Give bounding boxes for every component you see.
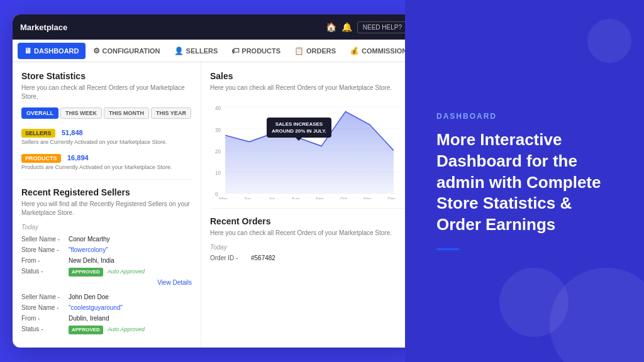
recent-sellers-section: Recent Registered Sellers Here you will … [21, 187, 192, 334]
sales-desc: Here you can check all Recent Orders of … [210, 84, 406, 92]
seller-1-approved-badge: APPROVED [69, 268, 103, 277]
seller-2-store-row: Store Name - "coolestguyaround" [21, 303, 192, 312]
seller-2-approved-badge: APPROVED [69, 326, 103, 334]
svg-text:10: 10 [215, 170, 221, 177]
seller-1-status-lbl: Status - [21, 266, 69, 277]
seller-1-name-lbl: Seller Name - [21, 234, 69, 244]
seller-1-from-lbl: From - [21, 256, 69, 265]
svg-text:0: 0 [215, 191, 218, 198]
content-area: Store Statistics Here you can check all … [13, 62, 415, 348]
recent-orders-desc: Here you can check all Recent Orders of … [210, 229, 406, 238]
seller-2-status-lbl: Status - [21, 324, 69, 334]
need-help-button[interactable]: NEED HELP? [357, 21, 408, 33]
circle-deco-2 [499, 268, 569, 337]
left-column: Store Statistics Here you can check all … [13, 62, 201, 348]
svg-text:Dec: Dec [388, 196, 396, 199]
nav-products[interactable]: 🏷 PRODUCTS [225, 43, 287, 59]
commission-icon: 💰 [350, 47, 359, 55]
seller-1-auto-note: Auto Approved [108, 268, 145, 275]
seller-2-name-row: Seller Name - John Den Doe [21, 292, 192, 302]
order-id-lbl: Order ID - [210, 255, 251, 261]
seller-2-name-lbl: Seller Name - [21, 292, 69, 302]
sellers-desc: Sellers are Currently Activated on your … [21, 139, 192, 145]
filter-this-month[interactable]: THIS MONTH [104, 107, 149, 119]
today-label-orders: Today [210, 244, 406, 251]
nav-dashboard[interactable]: 🖥 DASHBOARD [18, 43, 86, 59]
divider-2 [210, 208, 406, 209]
home-icon[interactable]: 🏠 [326, 22, 336, 32]
seller-2-from-val: Dublin, Ireland [69, 314, 109, 323]
nav-bar: Marketplace 🏠 🔔 NEED HELP? [13, 14, 415, 40]
svg-text:Aug: Aug [292, 196, 300, 199]
right-panel: DASHBOARD More Interactive Dashboard for… [405, 0, 644, 362]
store-statistics-section: Store Statistics Here you can check all … [21, 71, 192, 170]
view-details-btn-1[interactable]: View Details [21, 279, 192, 286]
browser-card: Marketplace 🏠 🔔 NEED HELP? 🖥 DASHBOARD ⚙… [13, 14, 415, 348]
svg-text:May: May [219, 196, 227, 199]
right-panel-divider [436, 248, 459, 250]
right-column: Sales Here you can check all Recent Orde… [201, 62, 415, 348]
seller-1-from-val: New Delhi, India [69, 256, 114, 265]
seller-2-from-lbl: From - [21, 314, 69, 323]
right-panel-label: DASHBOARD [436, 112, 613, 121]
svg-text:30: 30 [215, 126, 221, 133]
seller-1-store-row: Store Name - "flowercolony" [21, 245, 192, 255]
filter-overall[interactable]: OVERALL [21, 107, 58, 119]
products-icon: 🏷 [231, 47, 239, 55]
products-badge: PRODUCTS [21, 154, 61, 163]
recent-sellers-desc: Here you will find all the Recently Regi… [21, 200, 192, 217]
seller-1-status-row: Status - APPROVED Auto Approved [21, 266, 192, 277]
seller-2-from-row: From - Dublin, Ireland [21, 314, 192, 323]
seller-1-store-lbl: Store Name - [21, 245, 69, 255]
nav-sellers[interactable]: 👤 SELLERS [168, 43, 225, 59]
sellers-icon: 👤 [174, 47, 184, 55]
seller-item-1: Seller Name - Conor Mcarthy Store Name -… [21, 234, 192, 286]
seller-2-store-val[interactable]: "coolestguyaround" [69, 303, 123, 312]
nav-orders[interactable]: 📋 ORDERS [288, 43, 342, 59]
recent-orders-section: Recent Orders Here you can check all Rec… [210, 216, 406, 261]
divider-1 [21, 179, 192, 180]
order-id-val: #567482 [251, 255, 275, 261]
seller-1-name-row: Seller Name - Conor Mcarthy [21, 234, 192, 244]
svg-text:Jul: Jul [269, 196, 274, 199]
order-row-1: Order ID - #567482 [210, 255, 406, 261]
main-area: Marketplace 🏠 🔔 NEED HELP? 🖥 DASHBOARD ⚙… [0, 0, 428, 362]
sellers-stat: SELLERS 51,848 Sellers are Currently Act… [21, 126, 192, 145]
sales-chart-svg: 40 30 20 10 0 [210, 99, 406, 199]
sellers-badge: SELLERS [21, 129, 55, 138]
sub-nav: 🖥 DASHBOARD ⚙ CONFIGURATION 👤 SELLERS 🏷 … [13, 40, 415, 62]
filter-this-week[interactable]: THIS WEEK [60, 107, 102, 119]
seller-item-2: Seller Name - John Den Doe Store Name - … [21, 292, 192, 334]
svg-text:40: 40 [215, 105, 221, 112]
seller-2-name-val: John Den Doe [69, 292, 109, 302]
nav-brand: Marketplace [20, 23, 67, 32]
seller-1-store-val[interactable]: "flowercolony" [69, 245, 108, 255]
seller-1-name-val: Conor Mcarthy [69, 234, 110, 244]
products-stat: PRODUCTS 16,894 Products are Currently A… [21, 151, 192, 170]
nav-commission[interactable]: 💰 COMMISSION [343, 43, 413, 59]
seller-2-status-row: Status - APPROVED Auto Approved [21, 324, 192, 334]
nav-configuration[interactable]: ⚙ CONFIGURATION [87, 43, 167, 59]
recent-sellers-title: Recent Registered Sellers [21, 187, 192, 197]
store-statistics-title: Store Statistics [21, 71, 192, 81]
seller-2-store-lbl: Store Name - [21, 303, 69, 312]
seller-2-auto-note: Auto Approved [108, 326, 145, 332]
recent-orders-title: Recent Orders [210, 216, 406, 226]
svg-text:20: 20 [215, 148, 221, 155]
filter-tabs: OVERALL THIS WEEK THIS MONTH THIS YEAR [21, 107, 192, 119]
circle-deco-3 [587, 19, 631, 63]
sales-chart: 40 30 20 10 0 [210, 99, 406, 199]
orders-icon: 📋 [294, 47, 304, 55]
sellers-value: 51,848 [62, 129, 83, 136]
store-statistics-desc: Here you can check all Recent Orders of … [21, 84, 192, 101]
today-label-1: Today [21, 224, 192, 231]
bell-icon[interactable]: 🔔 [341, 22, 352, 32]
products-value: 16,894 [67, 154, 89, 162]
filter-this-year[interactable]: THIS YEAR [151, 107, 191, 119]
svg-text:Sep: Sep [316, 196, 324, 199]
svg-text:Nov: Nov [364, 196, 372, 199]
nav-icons: 🏠 🔔 NEED HELP? [326, 21, 408, 33]
sales-section: Sales Here you can check all Recent Orde… [210, 71, 406, 199]
sales-title: Sales [210, 71, 406, 81]
svg-text:Jun: Jun [244, 196, 251, 199]
